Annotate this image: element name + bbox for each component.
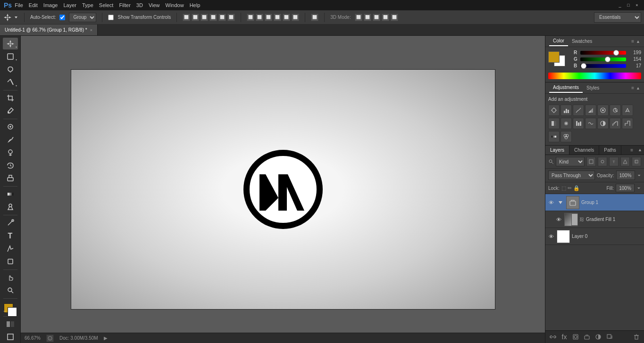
- move-tool[interactable]: ▾: [3, 38, 18, 49]
- adj-channelmixer-icon[interactable]: [573, 118, 584, 129]
- color-panel-collapse[interactable]: ▲: [636, 39, 640, 44]
- clone-tool[interactable]: [3, 147, 18, 158]
- swatches-tab[interactable]: Swatches: [568, 37, 596, 46]
- shape-tool[interactable]: [3, 255, 18, 267]
- threed-pan-icon[interactable]: ⬜: [373, 14, 380, 21]
- layer-visibility-group1[interactable]: 👁: [547, 199, 555, 206]
- screen-mode-tool[interactable]: [3, 331, 18, 343]
- align-center-h-icon[interactable]: ⬜: [192, 14, 199, 21]
- swap-colors-icon[interactable]: ↔: [3, 309, 7, 313]
- adj-colorlookup-icon[interactable]: [585, 118, 596, 129]
- threed-orbit-icon[interactable]: ⬜: [364, 14, 371, 21]
- spectrum-bar[interactable]: [548, 73, 641, 79]
- brush-tool[interactable]: [3, 134, 18, 146]
- color-tab[interactable]: Color: [549, 36, 568, 46]
- adj-brightness-icon[interactable]: [548, 105, 560, 116]
- adj-selectivecolor-icon[interactable]: [560, 131, 572, 142]
- new-layer-btn[interactable]: [605, 332, 614, 342]
- kind-shape-icon[interactable]: [620, 157, 630, 166]
- threed-slide-icon[interactable]: ⬜: [382, 14, 389, 21]
- delete-layer-btn[interactable]: [632, 332, 641, 342]
- align-left-icon[interactable]: ⬜: [183, 14, 190, 21]
- autoselect-checkbox[interactable]: [59, 15, 65, 20]
- eyedropper-tool[interactable]: [3, 105, 18, 117]
- g-slider-thumb[interactable]: [605, 57, 611, 62]
- align-bottom-icon[interactable]: ⬜: [227, 14, 235, 21]
- channels-tab[interactable]: Channels: [569, 146, 599, 155]
- dist-bottom-icon[interactable]: ⬜: [265, 14, 272, 21]
- dist-center-v-icon[interactable]: ⬜: [256, 14, 263, 21]
- layer-visibility-layer0[interactable]: 👁: [547, 233, 555, 240]
- lock-pixels-icon[interactable]: ⬚: [561, 185, 566, 191]
- layer-expand-icon[interactable]: [557, 199, 564, 206]
- dodge-tool[interactable]: [3, 201, 18, 213]
- menu-layer[interactable]: Layer: [63, 2, 76, 8]
- select-tool[interactable]: ▾: [3, 50, 18, 62]
- align-top-icon[interactable]: ⬜: [209, 14, 217, 21]
- dist-center-h-icon[interactable]: ⬜: [283, 14, 290, 21]
- kind-select[interactable]: Kind: [556, 157, 585, 166]
- dist-right-icon[interactable]: ⬜: [292, 14, 299, 21]
- menu-file[interactable]: File: [15, 2, 23, 8]
- b-slider-track[interactable]: [580, 64, 626, 68]
- menu-edit[interactable]: Edit: [29, 2, 38, 8]
- align-right-icon[interactable]: ⬜: [201, 14, 208, 21]
- lock-all-icon[interactable]: 🔒: [573, 185, 580, 191]
- new-group-btn[interactable]: [582, 332, 592, 342]
- layers-panel-menu[interactable]: ≡: [627, 146, 636, 155]
- layer-item-layer0[interactable]: 👁 Layer 0: [545, 228, 644, 245]
- adj-threshold-icon[interactable]: [622, 118, 633, 129]
- menu-type[interactable]: Type: [82, 2, 93, 8]
- layer-item-gradient[interactable]: 👁 ⛓ Gradient Fill 1: [545, 211, 644, 228]
- zoom-tool[interactable]: [3, 285, 18, 296]
- blend-mode-select[interactable]: Pass Through: [548, 171, 595, 180]
- quick-mask-tool[interactable]: [3, 318, 18, 330]
- menu-window[interactable]: Window: [166, 2, 184, 8]
- canvas[interactable]: [71, 69, 495, 310]
- align-center-v-icon[interactable]: ⬜: [218, 14, 226, 21]
- adj-bw-icon[interactable]: [548, 118, 560, 129]
- r-slider-thumb[interactable]: [613, 50, 619, 56]
- status-arrow-icon[interactable]: ▶: [104, 335, 108, 341]
- adj-levels-icon[interactable]: [560, 105, 572, 116]
- layers-tab[interactable]: Layers: [545, 146, 569, 155]
- r-slider-track[interactable]: [580, 51, 626, 55]
- color-panel-menu[interactable]: ≡: [631, 39, 634, 44]
- pen-tool[interactable]: [3, 217, 18, 229]
- minimize-button[interactable]: _: [617, 2, 623, 8]
- layers-panel-collapse[interactable]: ▲: [636, 146, 644, 155]
- fg-color-display[interactable]: [548, 51, 560, 63]
- kind-pixel-icon[interactable]: [586, 157, 596, 166]
- adj-panel-collapse[interactable]: ▲: [636, 86, 640, 90]
- add-style-btn[interactable]: fx: [560, 332, 569, 342]
- layer-visibility-gradient[interactable]: 👁: [555, 216, 562, 223]
- group-select[interactable]: Group: [69, 13, 96, 22]
- menu-view[interactable]: View: [149, 2, 160, 8]
- b-slider-thumb[interactable]: [581, 63, 586, 69]
- paths-tab[interactable]: Paths: [599, 146, 621, 155]
- document-tab[interactable]: Untitled-1 @ 66.7% (Group 1, RGB/8) * ×: [0, 24, 98, 35]
- maximize-button[interactable]: □: [625, 2, 632, 8]
- adj-gradientmap-icon[interactable]: [548, 131, 560, 142]
- layer-item-group1[interactable]: 👁 Group 1: [545, 194, 644, 211]
- status-info-icon[interactable]: i: [46, 335, 54, 342]
- spot-heal-tool[interactable]: [3, 121, 18, 133]
- close-button[interactable]: ×: [634, 2, 640, 8]
- add-mask-btn[interactable]: [571, 332, 580, 342]
- text-tool[interactable]: T: [3, 230, 18, 242]
- threed-scale-icon[interactable]: ⬜: [391, 14, 398, 21]
- auto-align-icon[interactable]: ⬜: [311, 14, 318, 21]
- adjustments-tab[interactable]: Adjustments: [549, 83, 583, 93]
- g-slider-track[interactable]: [580, 57, 626, 61]
- background-color[interactable]: [8, 307, 17, 317]
- lasso-tool[interactable]: [3, 63, 18, 75]
- gradient-tool[interactable]: [3, 188, 18, 200]
- menu-select[interactable]: Select: [99, 2, 114, 8]
- menu-3d[interactable]: 3D: [136, 2, 143, 8]
- kind-smartobj-icon[interactable]: [632, 157, 641, 166]
- adj-curves-icon[interactable]: [573, 105, 584, 116]
- adj-hsl-icon[interactable]: [610, 105, 621, 116]
- dist-left-icon[interactable]: ⬜: [274, 14, 281, 21]
- new-adjustment-btn[interactable]: [594, 332, 603, 342]
- history-tool[interactable]: [3, 159, 18, 171]
